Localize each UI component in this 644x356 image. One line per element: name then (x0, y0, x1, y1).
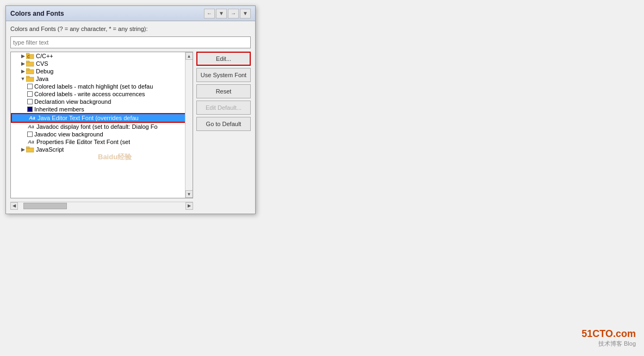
use-system-font-button[interactable]: Use System Font (196, 68, 251, 82)
baidu-text: Baidu经验 (98, 152, 132, 162)
folder-icon-cpp: C (26, 53, 35, 59)
edit-default-button[interactable]: Edit Default... (196, 101, 251, 115)
tree-item-label-cpp: C/C++ (36, 53, 53, 59)
filter-input[interactable] (10, 36, 251, 48)
chevron-down-icon: ▼ (219, 10, 224, 16)
tree-item-label-colored-write: Colored labels - write access occurrence… (34, 91, 145, 97)
tree-item-cvs[interactable]: ▶ CVS (11, 60, 193, 67)
svg-text:C: C (27, 55, 30, 59)
folder-icon-cvs (26, 60, 35, 67)
color-swatch-javadoc-view (27, 132, 33, 137)
tree-item-label-java-editor-font: Java Editor Text Font (overrides defau (38, 115, 139, 121)
tree-item-inherited[interactable]: Inherited members (11, 105, 193, 113)
title-bar-buttons: ← ▼ → ▼ (204, 9, 251, 18)
tree-item-colored-write[interactable]: Colored labels - write access occurrence… (11, 90, 193, 98)
tree-item-label-javascript: JavaScript (36, 146, 64, 153)
description-text: Colors and Fonts (? = any character, * =… (10, 26, 251, 32)
tree-item-label-inherited: Inherited members (34, 106, 84, 113)
chevron-down-icon-2: ▼ (243, 10, 248, 16)
expand-icon-debug: ▶ (20, 68, 26, 74)
forward-dropdown-button[interactable]: ▼ (240, 9, 251, 18)
h-scroll-thumb[interactable] (23, 203, 67, 209)
tree-item-declaration-view[interactable]: Declaration view background (11, 98, 193, 105)
vertical-scrollbar[interactable]: ▲ ▼ (185, 52, 193, 198)
dialog-title: Colors and Fonts (10, 10, 64, 17)
site-name: 51CTO.com (581, 328, 636, 340)
colors-fonts-dialog: Colors and Fonts ← ▼ → ▼ Colors and Font… (5, 5, 256, 214)
forward-button[interactable]: → (228, 9, 239, 18)
main-content: ▶ C C/C++ ▶ (10, 52, 251, 198)
go-to-default-button[interactable]: Go to Default (196, 117, 251, 131)
buttons-panel: Edit... Use System Font Reset Edit Defau… (196, 52, 251, 198)
color-swatch-declaration (27, 99, 33, 104)
tree-item-debug[interactable]: ▶ Debug (11, 67, 193, 75)
tree-item-java-editor-font[interactable]: Aa Java Editor Text Font (overrides defa… (11, 113, 193, 123)
font-icon-properties: Aa (27, 139, 35, 145)
h-scroll-track[interactable] (18, 202, 185, 210)
tree-item-cpp[interactable]: ▶ C C/C++ (11, 52, 193, 60)
tree-item-properties-font[interactable]: Aa Properties File Editor Text Font (set (11, 138, 193, 146)
dialog-body: Colors and Fonts (? = any character, * =… (6, 21, 255, 214)
svg-rect-8 (26, 76, 29, 78)
baidu-watermark: Baidu经验 (98, 152, 132, 162)
horizontal-scrollbar[interactable]: ◀ ▶ (10, 202, 193, 209)
edit-button[interactable]: Edit... (196, 52, 251, 66)
tree-item-java[interactable]: ▼ Java (11, 75, 193, 83)
tree-item-label-java: Java (36, 76, 48, 82)
tree-item-label-colored-match: Colored labels - match highlight (set to… (34, 83, 153, 90)
svg-rect-6 (26, 68, 29, 70)
tree-item-label-debug: Debug (36, 68, 53, 74)
color-swatch-write (27, 91, 33, 97)
expand-icon-java: ▼ (20, 76, 26, 82)
scroll-up-button[interactable]: ▲ (185, 52, 193, 60)
font-icon-java-editor: Aa (28, 115, 36, 121)
scroll-right-button[interactable]: ▶ (185, 202, 193, 210)
title-bar-left: Colors and Fonts (10, 10, 64, 17)
tree-item-javadoc-view[interactable]: Javadoc view background (11, 130, 193, 138)
site-watermark: 51CTO.com 技术博客 Blog (581, 328, 636, 348)
color-swatch-match (27, 84, 33, 89)
folder-icon-java (26, 76, 35, 82)
folder-icon-debug (26, 68, 35, 74)
scroll-down-button[interactable]: ▼ (185, 190, 193, 198)
svg-rect-4 (26, 61, 29, 63)
expand-icon-cpp: ▶ (20, 53, 26, 59)
font-icon-javadoc-display: Aa (27, 123, 35, 130)
svg-rect-10 (26, 147, 29, 148)
site-sub: 技术博客 Blog (581, 340, 636, 348)
title-bar: Colors and Fonts ← ▼ → ▼ (6, 6, 255, 21)
tree-item-colored-match[interactable]: Colored labels - match highlight (set to… (11, 83, 193, 90)
back-button[interactable]: ← (204, 9, 215, 18)
back-arrow-icon: ← (207, 10, 212, 16)
expand-icon-cvs: ▶ (20, 60, 26, 67)
scroll-left-button[interactable]: ◀ (10, 202, 18, 210)
color-swatch-inherited (27, 107, 33, 112)
tree-item-label-javadoc-display: Javadoc display font (set to default: Di… (36, 123, 158, 130)
tree-item-javadoc-display[interactable]: Aa Javadoc display font (set to default:… (11, 123, 193, 130)
folder-icon-javascript (26, 146, 35, 153)
tree-scroll-area[interactable]: ▶ C C/C++ ▶ (11, 52, 193, 198)
tree-panel: ▶ C C/C++ ▶ (10, 52, 193, 198)
tree-item-label-properties-font: Properties File Editor Text Font (set (36, 139, 130, 145)
tree-item-label-cvs: CVS (36, 60, 48, 67)
reset-button[interactable]: Reset (196, 84, 251, 98)
back-dropdown-button[interactable]: ▼ (216, 9, 227, 18)
forward-arrow-icon: → (231, 10, 236, 16)
tree-item-label-javadoc-view: Javadoc view background (34, 131, 103, 138)
expand-icon-javascript: ▶ (20, 146, 26, 153)
tree-item-label-declaration-view: Declaration view background (34, 98, 111, 105)
